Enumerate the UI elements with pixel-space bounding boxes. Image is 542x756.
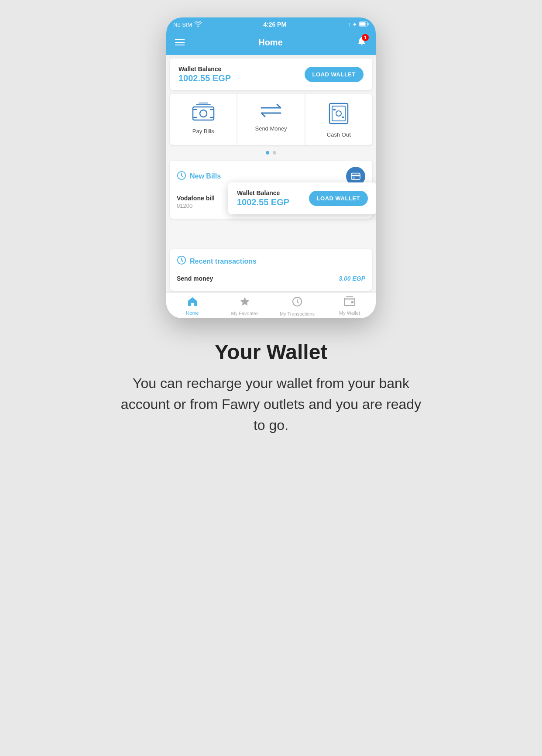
floating-wallet-amount: 1002.55 EGP <box>237 197 289 207</box>
send-money-icon <box>260 103 282 121</box>
send-money-label: Send Money <box>255 125 287 132</box>
phone-mockup: No SIM 4:26 PM ↑ ✦ <box>166 17 376 318</box>
dot-1 <box>266 151 269 155</box>
transaction-name: Send money <box>177 275 213 282</box>
pay-bills-action[interactable]: Pay Bills <box>170 94 237 145</box>
wallet-label: My Wallet <box>339 310 360 316</box>
home-label: Home <box>186 310 199 316</box>
bottom-nav-favorites[interactable]: My Favorites <box>219 296 271 316</box>
svg-point-4 <box>200 110 207 117</box>
wifi-icon <box>195 21 202 28</box>
page-title: Your Wallet <box>215 340 328 364</box>
svg-rect-17 <box>351 301 353 303</box>
load-wallet-button[interactable]: LOAD WALLET <box>305 67 364 82</box>
svg-rect-12 <box>351 175 360 176</box>
transaction-amount: 3.00 EGP <box>339 275 365 282</box>
recent-transactions-card: Recent transactions Send money 3.00 EGP <box>170 249 372 291</box>
dot-2 <box>273 151 276 155</box>
notification-badge: 1 <box>362 34 369 41</box>
home-icon <box>187 296 198 309</box>
wallet-icon <box>344 296 355 309</box>
cash-out-label: Cash Out <box>327 131 351 138</box>
bill-number: 01200 <box>177 203 215 209</box>
page-description: You can recharge your wallet from your b… <box>96 373 446 436</box>
svg-rect-9 <box>342 117 344 118</box>
carrier-label: No SIM <box>173 21 192 28</box>
menu-icon[interactable] <box>175 39 185 45</box>
floating-wallet-label: Wallet Balance <box>237 189 289 196</box>
star-icon <box>240 296 250 309</box>
wallet-amount: 1002.55 EGP <box>178 73 231 83</box>
svg-rect-6 <box>332 106 345 121</box>
pay-bills-label: Pay Bills <box>192 128 214 134</box>
new-bills-card: New Bills Vodafone bill 01200 Vodafone <box>170 161 372 219</box>
transactions-label: My Transactions <box>280 311 315 316</box>
svg-rect-1 <box>368 23 369 25</box>
wallet-balance-card: Wallet Balance 1002.55 EGP LOAD WALLET <box>170 58 372 90</box>
floating-load-wallet-button[interactable]: LOAD WALLET <box>309 191 368 206</box>
bill-name: Vodafone bill <box>177 195 215 202</box>
cash-out-icon <box>329 103 349 127</box>
time-label: 4:26 PM <box>263 21 286 28</box>
send-money-action[interactable]: Send Money <box>237 94 305 145</box>
pagination-dots <box>166 147 376 159</box>
svg-rect-2 <box>360 22 366 25</box>
transaction-item: Send money 3.00 EGP <box>177 272 365 285</box>
svg-rect-8 <box>333 109 336 110</box>
svg-rect-3 <box>193 107 214 120</box>
favorites-label: My Favorites <box>231 311 259 316</box>
bottom-nav: Home My Favorites My Transactions <box>166 292 376 318</box>
nav-title: Home <box>258 38 283 48</box>
app-content: Wallet Balance 1002.55 EGP LOAD WALLET <box>166 58 376 291</box>
quick-actions-grid: Pay Bills Send Money <box>170 94 372 145</box>
bluetooth-icon: ✦ <box>352 21 357 28</box>
floating-wallet-card: Wallet Balance 1002.55 EGP LOAD WALLET <box>228 182 376 214</box>
clock-icon <box>177 171 186 182</box>
pay-bills-icon <box>192 103 215 124</box>
bottom-nav-transactions[interactable]: My Transactions <box>271 296 323 316</box>
svg-rect-13 <box>353 178 355 179</box>
bell-icon[interactable]: 1 <box>357 36 367 49</box>
transactions-icon <box>292 296 302 309</box>
status-bar: No SIM 4:26 PM ↑ ✦ <box>166 17 376 31</box>
recent-transactions-title: Recent transactions <box>190 258 257 265</box>
transactions-clock-icon <box>177 255 186 267</box>
cash-out-action[interactable]: Cash Out <box>305 94 372 145</box>
nav-bar: Home 1 <box>166 31 376 55</box>
bottom-nav-home[interactable]: Home <box>166 296 219 316</box>
new-bills-title: New Bills <box>190 172 221 180</box>
wallet-label: Wallet Balance <box>178 65 231 72</box>
svg-point-7 <box>336 111 341 116</box>
battery-icon <box>359 21 369 28</box>
bottom-nav-wallet[interactable]: My Wallet <box>323 296 376 316</box>
arrow-icon: ↑ <box>348 21 350 27</box>
